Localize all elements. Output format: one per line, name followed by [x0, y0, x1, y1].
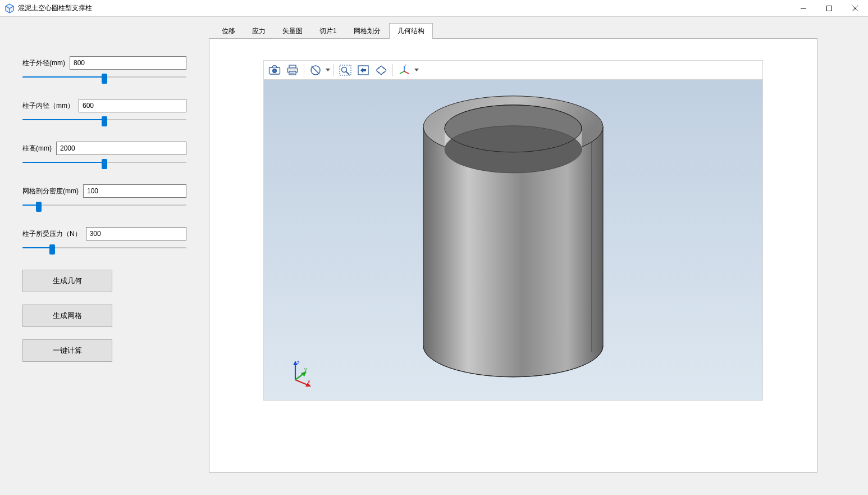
lock-icon[interactable]	[307, 62, 324, 78]
svg-text:z: z	[405, 65, 406, 67]
camera-icon[interactable]	[266, 62, 283, 78]
app-icon	[4, 3, 15, 13]
svg-line-15	[404, 71, 409, 74]
zoom-window-icon[interactable]	[337, 62, 354, 78]
axes-view-icon[interactable]: z	[396, 62, 413, 78]
svg-line-16	[400, 71, 404, 74]
viewport-canvas[interactable]: z x y	[263, 79, 763, 401]
tab-displacement[interactable]: 位移	[213, 23, 244, 39]
hollow-cylinder-model	[412, 79, 614, 391]
main-panel: 位移 应力 矢量图 切片1 网格划分 几何结构	[209, 17, 868, 495]
sidebar: 柱子外径(mm) 柱子内径（mm）	[0, 17, 209, 495]
toolbar-separator	[392, 64, 393, 76]
force-slider[interactable]	[22, 244, 186, 252]
zoom-extents-icon[interactable]	[373, 62, 390, 78]
param-label: 网格剖分密度(mm)	[22, 187, 79, 196]
toolbar-separator	[334, 64, 334, 76]
window-title: 混泥土空心圆柱型支撑柱	[18, 3, 92, 13]
lock-dropdown[interactable]	[325, 69, 331, 72]
print-icon[interactable]	[284, 62, 301, 78]
toolbar-separator	[304, 64, 304, 76]
titlebar: 混泥土空心圆柱型支撑柱	[0, 0, 868, 17]
tab-mesh[interactable]: 网格划分	[345, 23, 389, 39]
tab-slice1[interactable]: 切片1	[311, 23, 345, 39]
generate-mesh-button[interactable]: 生成网格	[22, 305, 112, 327]
fit-view-icon[interactable]	[355, 62, 372, 78]
compute-button[interactable]: 一键计算	[22, 339, 112, 362]
outer-diameter-input[interactable]	[70, 56, 186, 70]
tab-vector[interactable]: 矢量图	[274, 23, 311, 39]
param-inner-diameter: 柱子内径（mm）	[22, 99, 186, 124]
tab-stress[interactable]: 应力	[244, 23, 274, 39]
inner-diameter-input[interactable]	[79, 99, 186, 112]
minimize-button[interactable]	[791, 0, 816, 17]
axis-gizmo: z x y	[287, 361, 312, 388]
mesh-density-input[interactable]	[83, 184, 186, 198]
param-label: 柱高(mm)	[22, 144, 52, 153]
maximize-button[interactable]	[816, 0, 842, 17]
param-mesh-density: 网格剖分密度(mm)	[22, 184, 186, 209]
content-area: 柱子外径(mm) 柱子内径（mm）	[0, 17, 868, 495]
close-button[interactable]	[842, 0, 868, 17]
height-slider[interactable]	[22, 158, 186, 166]
svg-point-3	[273, 70, 276, 72]
gizmo-x-label: x	[308, 379, 310, 384]
param-height: 柱高(mm)	[22, 142, 186, 166]
svg-rect-0	[827, 6, 832, 11]
mesh-density-slider[interactable]	[22, 201, 186, 209]
svg-point-11	[342, 67, 347, 72]
viewer-frame: z	[209, 38, 817, 473]
param-force: 柱子所受压力（N）	[22, 227, 186, 252]
gizmo-z-label: z	[297, 361, 300, 365]
svg-line-12	[346, 71, 350, 75]
gizmo-y-label: y	[304, 366, 307, 372]
param-label: 柱子内径（mm）	[22, 101, 74, 111]
tabs: 位移 应力 矢量图 切片1 网格划分 几何结构	[209, 22, 817, 38]
height-input[interactable]	[56, 142, 186, 155]
param-label: 柱子外径(mm)	[22, 58, 65, 68]
param-label: 柱子所受压力（N）	[22, 229, 81, 239]
generate-geometry-button[interactable]: 生成几何	[22, 270, 112, 292]
axes-dropdown[interactable]	[414, 69, 419, 72]
force-input[interactable]	[86, 227, 186, 240]
svg-point-21	[445, 126, 582, 173]
app-window: 混泥土空心圆柱型支撑柱 柱子外径(mm)	[0, 0, 868, 495]
tab-geometry[interactable]: 几何结构	[389, 23, 433, 39]
svg-rect-4	[289, 65, 296, 68]
viewer-toolbar: z	[263, 60, 763, 79]
inner-diameter-slider[interactable]	[22, 116, 186, 124]
param-outer-diameter: 柱子外径(mm)	[22, 56, 186, 81]
outer-diameter-slider[interactable]	[22, 73, 186, 81]
